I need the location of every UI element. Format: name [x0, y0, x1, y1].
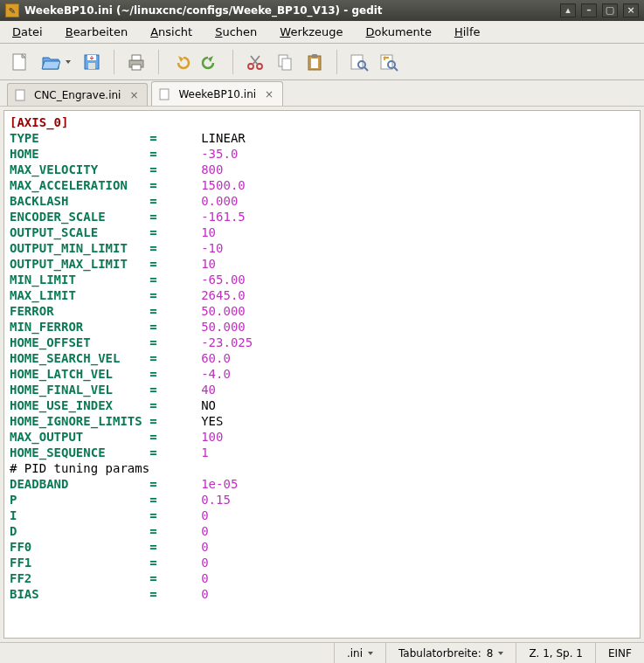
svg-rect-13 — [282, 59, 291, 70]
svg-rect-16 — [312, 54, 317, 58]
close-button[interactable]: × — [623, 3, 639, 17]
statusbar: .ini Tabulatorbreite: 8 Z. 1, Sp. 1 EINF — [0, 642, 644, 663]
copy-button[interactable] — [272, 49, 298, 75]
status-blank — [0, 643, 334, 663]
titlebar: ✎ WeekeBP10.ini (~/linuxcnc/configs/Week… — [0, 0, 644, 21]
paste-button[interactable] — [301, 49, 328, 75]
tab-close-button[interactable]: × — [263, 88, 275, 100]
app-icon: ✎ — [5, 3, 19, 17]
chevron-down-icon — [368, 652, 373, 655]
scissors-icon — [246, 52, 265, 72]
svg-rect-15 — [311, 59, 318, 68]
tab-label: CNC_Engrave.ini — [34, 89, 121, 101]
cut-button[interactable] — [242, 49, 268, 75]
svg-rect-25 — [160, 89, 169, 100]
toolbar-separator — [158, 50, 159, 74]
svg-line-19 — [364, 67, 368, 71]
status-cursor-pos: Z. 1, Sp. 1 — [516, 643, 595, 663]
rollup-button[interactable]: ▴ — [560, 3, 576, 17]
menubar: Datei Bearbeiten Ansicht Suchen Werkzeug… — [0, 21, 644, 44]
undo-button[interactable] — [168, 49, 194, 75]
redo-icon — [201, 52, 220, 72]
menu-file-rest: atei — [21, 25, 43, 38]
svg-line-22 — [394, 67, 398, 71]
minimize-button[interactable]: – — [581, 3, 597, 17]
new-button[interactable] — [7, 49, 33, 75]
replace-button[interactable] — [376, 49, 402, 75]
svg-rect-6 — [132, 55, 141, 60]
toolbar-separator — [114, 50, 114, 74]
toolbar-separator — [232, 50, 233, 74]
status-pos-label: Z. 1, Sp. 1 — [529, 647, 583, 660]
svg-rect-7 — [132, 65, 141, 70]
redo-button[interactable] — [197, 49, 224, 75]
menu-view[interactable]: Ansicht — [147, 24, 196, 40]
toolbar-separator — [336, 50, 337, 74]
save-button[interactable] — [79, 49, 105, 75]
menu-tools[interactable]: Werkzeuge — [276, 24, 346, 40]
printer-icon — [127, 52, 146, 72]
menu-search[interactable]: Suchen — [211, 24, 260, 40]
tabbar: CNC_Engrave.ini × WeekeBP10.ini × — [0, 80, 644, 107]
status-tabwidth[interactable]: Tabulatorbreite: 8 — [385, 643, 516, 663]
undo-icon — [171, 52, 190, 72]
find-button[interactable] — [346, 49, 372, 75]
status-insert-mode[interactable]: EINF — [595, 643, 644, 663]
search-icon — [350, 52, 369, 72]
status-ins-label: EINF — [608, 647, 632, 660]
file-new-icon — [10, 52, 30, 72]
maximize-button[interactable]: ▢ — [602, 3, 618, 17]
status-tabwidth-label: Tabulatorbreite: — [398, 647, 481, 660]
editor-container: [AXIS_0] TYPE = LINEAR HOME = -35.0 MAX_… — [0, 107, 644, 642]
file-icon — [159, 88, 171, 100]
clipboard-icon — [305, 52, 324, 72]
copy-icon — [275, 52, 294, 72]
code-editor[interactable]: [AXIS_0] TYPE = LINEAR HOME = -35.0 MAX_… — [3, 110, 641, 639]
toolbar — [0, 44, 644, 80]
file-icon — [15, 89, 27, 101]
svg-rect-24 — [16, 90, 24, 100]
menu-file[interactable]: Datei — [9, 24, 46, 40]
print-button[interactable] — [123, 49, 149, 75]
tab-close-button[interactable]: × — [128, 89, 140, 101]
status-language-label: .ini — [347, 647, 363, 660]
window-controls: ▴ – ▢ × — [560, 3, 639, 17]
save-icon — [82, 52, 101, 72]
status-language[interactable]: .ini — [334, 643, 385, 663]
svg-rect-4 — [88, 63, 95, 69]
status-tabwidth-value: 8 — [487, 647, 494, 660]
open-button[interactable] — [37, 49, 75, 75]
tab-weekebp10[interactable]: WeekeBP10.ini × — [151, 81, 283, 106]
window-title: WeekeBP10.ini (~/linuxcnc/configs/Weeke_… — [24, 4, 560, 17]
chevron-down-icon — [498, 652, 503, 655]
svg-marker-9 — [208, 56, 213, 62]
chevron-down-icon — [66, 60, 71, 64]
tab-label: WeekeBP10.ini — [178, 88, 256, 100]
folder-open-icon — [41, 52, 60, 72]
menu-documents[interactable]: Dokumente — [363, 24, 435, 40]
menu-edit[interactable]: Bearbeiten — [62, 24, 131, 40]
tab-cnc-engrave[interactable]: CNC_Engrave.ini × — [7, 83, 148, 106]
menu-help[interactable]: Hilfe — [451, 24, 484, 40]
svg-marker-8 — [178, 56, 184, 62]
find-replace-icon — [379, 52, 398, 72]
